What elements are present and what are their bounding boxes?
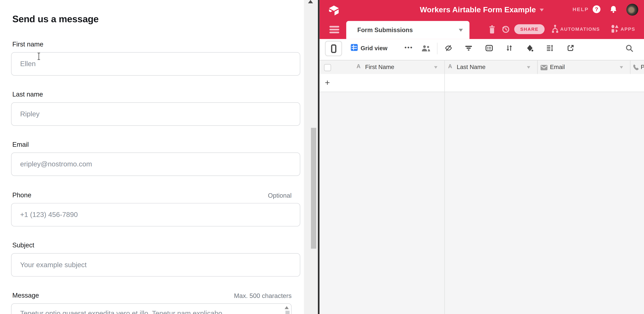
base-title[interactable]: Workers Airtable Form Example [420,5,536,14]
filter-icon[interactable] [465,45,472,52]
tab-label: Form Submissions [357,26,413,33]
column-caret-icon[interactable] [434,66,437,68]
row-height-icon[interactable] [546,45,554,52]
column-header-first-name[interactable]: First Name [365,64,394,70]
column-separator[interactable] [630,61,630,74]
view-toolbar: Grid view ••• [320,39,644,60]
email-field-type-icon [540,65,548,70]
first-name-input[interactable] [11,52,300,76]
apps-button[interactable]: APPS [620,27,635,32]
menu-hamburger-icon[interactable] [329,26,339,35]
grid-empty-area [320,92,644,314]
first-name-label: First name [12,41,43,48]
share-button[interactable]: SHARE [514,24,544,34]
help-glyph: ? [595,6,598,12]
select-all-checkbox[interactable] [324,64,331,71]
last-name-label: Last name [12,91,43,98]
window-divider [318,0,320,314]
column-header-email[interactable]: Email [550,64,565,70]
scrollbar-up-arrow-icon[interactable] [308,0,313,3]
phone-optional-note: Optional [268,192,292,199]
color-icon[interactable] [526,45,534,52]
screen: Send us a message First name Last name E… [0,0,644,314]
textarea-scroll-up-icon[interactable] [285,306,289,309]
subject-label: Subject [12,242,34,249]
search-icon[interactable] [626,45,634,52]
phone-input[interactable] [11,203,300,226]
column-caret-icon[interactable] [620,66,623,68]
view-more-icon[interactable]: ••• [404,44,413,50]
user-avatar[interactable] [626,4,638,16]
phone-field-type-icon [632,64,639,71]
column-header-last-name[interactable]: Last Name [457,64,486,70]
message-max-note: Max. 500 characters [234,292,292,300]
table-header-row: A First Name A Last Name Email Phone [320,60,644,74]
form-title: Send us a message [12,14,99,25]
column-separator[interactable] [537,61,537,74]
airtable-pane: Workers Airtable Form Example HELP ? For… [320,0,644,314]
text-field-type-icon: A [448,63,452,69]
tab-form-submissions[interactable]: Form Submissions [346,21,470,39]
toolbar-divider [437,43,437,54]
grid-view-icon[interactable] [351,44,358,51]
base-title-caret-icon[interactable] [540,8,544,11]
message-label: Message [12,292,39,299]
frozen-column-separator[interactable] [444,60,444,314]
column-header-phone[interactable]: Phone [641,64,644,70]
add-record-plus-icon[interactable]: + [325,78,330,88]
help-button[interactable]: HELP [572,7,589,12]
group-icon[interactable] [486,45,493,52]
hide-fields-icon[interactable] [445,45,452,52]
tab-caret-icon[interactable] [459,29,463,32]
text-cursor-ibeam-icon [36,53,41,60]
snapshot-history-icon[interactable] [502,25,510,34]
message-textarea[interactable]: Tenetur optio quaerat expedita vero et i… [11,303,292,314]
contact-form-pane: Send us a message First name Last name E… [0,0,304,314]
email-input[interactable] [11,153,300,176]
phone-label: Phone [12,191,31,199]
sidebar-toggle-icon [331,44,336,53]
help-question-icon[interactable]: ? [593,5,600,13]
last-name-input[interactable] [11,102,300,126]
automations-icon[interactable] [551,25,559,33]
pane-scrollbar-gutter [304,0,318,314]
subject-input[interactable] [11,253,300,276]
view-sidebar-toggle-button[interactable] [325,41,342,56]
view-name-label[interactable]: Grid view [360,45,387,51]
share-view-icon[interactable] [567,45,574,52]
email-label: Email [12,141,29,148]
collaborators-icon[interactable] [421,45,430,52]
column-caret-icon[interactable] [527,66,530,68]
message-text: Tenetur optio quaerat expedita vero et i… [20,309,224,314]
notifications-bell-icon[interactable] [610,5,618,14]
trash-icon[interactable] [488,25,496,34]
sort-icon[interactable] [506,45,513,52]
text-field-type-icon: A [356,63,360,69]
scrollbar-thumb[interactable] [311,128,316,248]
add-record-row[interactable]: + [320,74,644,92]
apps-icon[interactable] [611,25,619,33]
automations-button[interactable]: AUTOMATIONS [560,27,600,32]
textarea-scrollbar-thumb[interactable] [286,311,290,314]
